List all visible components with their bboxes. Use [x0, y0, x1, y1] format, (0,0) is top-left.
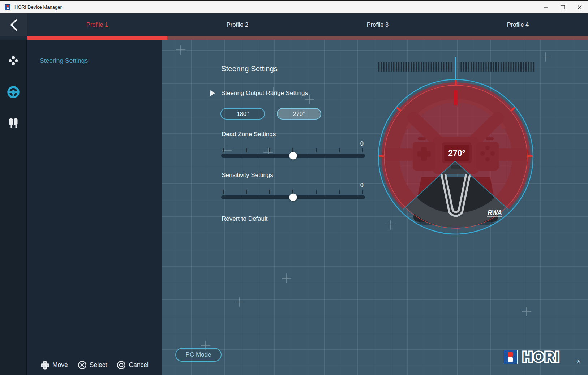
minimize-icon	[544, 5, 548, 9]
hint-cancel-label: Cancel	[129, 361, 148, 369]
steering-ruler-right	[459, 62, 535, 72]
nav-rail	[0, 40, 27, 375]
steering-wheel-icon	[7, 85, 20, 99]
tick-mark	[269, 148, 270, 152]
tab-profile-1[interactable]: Profile 1	[27, 13, 167, 36]
tick-mark	[339, 148, 340, 152]
tab-profile-2[interactable]: Profile 2	[167, 13, 308, 36]
tab-underline	[0, 36, 588, 40]
hint-select-label: Select	[90, 361, 107, 369]
sensitivity-slider-thumb[interactable]	[289, 194, 297, 201]
output-range-row: Steering Output Range Settings	[210, 90, 308, 97]
tick-mark	[339, 190, 340, 194]
sensitivity-value: 0	[353, 182, 364, 189]
hint-move-label: Move	[52, 361, 68, 369]
panel-item-steering-settings[interactable]: Steering Settings	[40, 57, 88, 65]
page-title: Steering Settings	[221, 64, 278, 73]
wheel-angle-display: 270°	[448, 148, 465, 158]
dead-zone-label: Dead Zone Settings	[222, 131, 276, 138]
triangle-right-icon[interactable]	[210, 90, 215, 96]
tick-mark	[316, 148, 317, 152]
dead-zone-slider[interactable]	[221, 154, 365, 158]
tick-mark	[269, 190, 270, 194]
rwa-badge: RWA	[488, 209, 502, 216]
tick-mark	[292, 190, 293, 194]
steering-wheel-visualization: 270° RWA	[371, 47, 541, 249]
gamepad-buttons-icon	[7, 54, 20, 68]
tick-mark	[362, 190, 363, 194]
steering-ruler-left	[377, 62, 453, 72]
double-circle-icon	[116, 360, 126, 370]
pedals-icon	[7, 117, 20, 130]
controller-hints: Move Select Cancel	[40, 360, 158, 370]
tab-profile-4[interactable]: Profile 4	[448, 13, 588, 36]
svg-text:HORI: HORI	[523, 349, 560, 364]
range-270-button[interactable]: 270°	[277, 108, 321, 120]
tab-underline-inactive-segment	[167, 36, 588, 40]
profile-tabs: Profile 1 Profile 2 Profile 3 Profile 4	[27, 13, 588, 36]
app-window: HORI Device Manager	[0, 0, 588, 375]
main-area: Steering Settings Steering Output Range …	[162, 40, 588, 375]
maximize-button[interactable]	[554, 1, 571, 13]
title-bar: HORI Device Manager	[0, 0, 588, 13]
content-area: Steering Settings Move	[0, 40, 588, 375]
tick-mark	[246, 148, 247, 152]
window-controls	[537, 1, 588, 13]
chevron-left-icon	[9, 18, 18, 31]
cross-circle-icon	[77, 360, 87, 370]
range-buttons: 180° 270°	[220, 108, 321, 120]
tick-mark	[316, 190, 317, 194]
dpad-icon	[40, 360, 50, 370]
close-button[interactable]	[571, 1, 588, 13]
tick-mark	[362, 148, 363, 152]
dead-zone-value: 0	[353, 140, 364, 147]
nav-item-steering[interactable]	[7, 85, 20, 99]
maximize-icon	[561, 5, 565, 9]
hori-wordmark: HORI	[522, 349, 576, 364]
sensitivity-ticks	[223, 190, 363, 194]
tick-mark	[246, 190, 247, 194]
close-icon	[578, 5, 582, 9]
hori-mark-icon	[503, 350, 518, 364]
range-180-button[interactable]: 180°	[220, 108, 265, 120]
app-icon	[5, 4, 10, 10]
sensitivity-label: Sensitivity Settings	[222, 172, 273, 179]
tab-underline-active-segment	[27, 36, 167, 40]
tick-mark	[223, 190, 224, 194]
tick-mark	[223, 148, 224, 152]
pc-mode-button[interactable]: PC Mode	[175, 348, 222, 362]
nav-item-pedals[interactable]	[7, 117, 20, 130]
tab-bar: Profile 1 Profile 2 Profile 3 Profile 4	[0, 13, 588, 36]
tab-profile-3[interactable]: Profile 3	[308, 13, 448, 36]
window-title: HORI Device Manager	[14, 4, 62, 10]
sensitivity-slider[interactable]	[221, 195, 365, 199]
registered-mark: ®	[577, 359, 580, 364]
hori-logo: HORI ®	[503, 349, 580, 364]
settings-nav-panel: Steering Settings Move	[27, 40, 162, 375]
revert-to-default-button[interactable]: Revert to Default	[222, 215, 268, 223]
dead-zone-slider-thumb[interactable]	[289, 152, 297, 160]
back-button[interactable]	[0, 13, 27, 36]
tab-underline-back-segment	[0, 36, 27, 40]
minimize-button[interactable]	[537, 1, 554, 13]
output-range-label[interactable]: Steering Output Range Settings	[221, 90, 308, 97]
nav-item-buttons[interactable]	[7, 54, 20, 68]
